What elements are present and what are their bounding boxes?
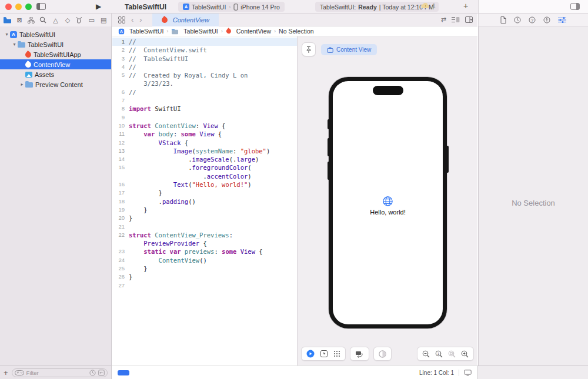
variants-button[interactable] — [333, 350, 340, 357]
line-col-text[interactable]: Line: 1 Col: 1 — [419, 370, 454, 376]
breadcrumb-group[interactable]: TableSwiftUI — [183, 28, 218, 35]
attributes-inspector-icon[interactable] — [558, 16, 566, 24]
sidebar-item-contentview[interactable]: ContentView — [0, 59, 111, 69]
code-line[interactable]: 12 VStack { — [112, 139, 297, 147]
run-destination[interactable]: iPhone 14 Pro — [240, 4, 280, 11]
zoom-out-button[interactable] — [422, 350, 430, 358]
code-line[interactable]: 15 .foregroundColor( — [112, 163, 297, 172]
zoom-in-button[interactable] — [461, 350, 469, 358]
history-inspector-icon[interactable] — [514, 16, 521, 24]
file-inspector-icon[interactable] — [500, 16, 506, 24]
warning-badge[interactable]: 1 — [421, 2, 436, 9]
pin-icon — [305, 46, 312, 53]
recents-icon[interactable] — [89, 370, 96, 376]
zoom-actual-size-button[interactable]: 1 — [435, 350, 443, 358]
accessibility-inspector-icon[interactable] — [543, 16, 550, 24]
tab-contentview[interactable]: ContentView — [152, 14, 219, 26]
back-icon[interactable]: ‹ — [128, 15, 136, 24]
breadcrumb-project[interactable]: TableSwiftUI — [129, 28, 163, 35]
device-settings-button[interactable] — [355, 350, 364, 358]
line-number: 27 — [112, 281, 129, 290]
sidebar-item-tableswiftuiapp[interactable]: TableSwiftUIApp — [0, 49, 111, 59]
activity-status: TableSwiftUI: Ready | Today at 12:10 PM — [315, 2, 439, 12]
symbol-navigator-icon[interactable] — [28, 17, 35, 24]
code-line[interactable]: 11 var body: some View { — [112, 130, 297, 138]
code-line[interactable]: 5// Created by Royal, Cindy L on — [112, 71, 297, 79]
close-window-button[interactable] — [5, 4, 12, 10]
disclosure-chevron[interactable]: ▸ — [19, 82, 25, 87]
selectable-mode-button[interactable] — [320, 350, 328, 357]
preview-screen[interactable]: Hello, world! — [333, 81, 443, 324]
breakpoint-navigator-icon[interactable]: ▭ — [88, 16, 95, 24]
report-navigator-icon[interactable]: ▤ — [100, 16, 108, 24]
disclosure-chevron[interactable]: ▾ — [4, 32, 10, 37]
code-line[interactable]: 4// — [112, 63, 297, 71]
code-line[interactable]: 19 } — [112, 206, 297, 214]
sidebar-toggle-icon[interactable] — [36, 3, 46, 10]
preview-controls: 1 — [298, 347, 477, 361]
minimize-window-button[interactable] — [15, 4, 22, 10]
project-navigator-icon[interactable] — [4, 17, 11, 24]
code-line[interactable]: 9 — [112, 113, 297, 122]
code-line[interactable]: 1// — [112, 38, 297, 46]
code-review-icon[interactable]: ⇄ — [441, 16, 446, 24]
add-file-button[interactable]: + — [4, 368, 8, 377]
code-line[interactable]: 3/23/23. — [112, 79, 297, 88]
code-line[interactable]: 3// TableSwiftUI — [112, 55, 297, 63]
sidebar-item-tableswiftui[interactable]: ▾TableSwiftUI — [0, 39, 111, 49]
quick-help-inspector-icon[interactable]: ? — [529, 16, 536, 24]
code-line[interactable]: 24 ContentView() — [112, 256, 297, 264]
disclosure-chevron[interactable]: ▾ — [11, 42, 18, 47]
zoom-window-button[interactable] — [25, 4, 32, 10]
code-line[interactable]: 26} — [112, 273, 297, 281]
editor-options-icon[interactable] — [452, 16, 460, 23]
code-line[interactable]: 6// — [112, 88, 297, 96]
source-editor[interactable]: 1//2// ContentView.swift3// TableSwiftUI… — [112, 36, 297, 365]
filter-field[interactable]: Filter — [12, 368, 108, 377]
live-preview-button[interactable] — [306, 350, 315, 358]
code-line[interactable]: 20} — [112, 214, 297, 222]
cloud-warning-icon — [421, 3, 430, 9]
code-line[interactable]: 14 .imageScale(.large) — [112, 155, 297, 163]
code-line[interactable]: PreviewProvider { — [112, 239, 297, 247]
issue-navigator-icon[interactable]: △ — [52, 16, 59, 24]
preview-content: Hello, world! — [333, 196, 443, 216]
breadcrumb-file[interactable]: ContentView — [236, 28, 271, 35]
code-line[interactable]: 21 — [112, 223, 297, 231]
code-line[interactable]: 27 — [112, 281, 297, 290]
code-line[interactable]: 22struct ContentView_Previews: — [112, 231, 297, 239]
code-line[interactable]: 10struct ContentView: View { — [112, 122, 297, 130]
breadcrumb-selection[interactable]: No Selection — [279, 28, 314, 35]
inspector-toggle-icon[interactable] — [570, 3, 580, 10]
sidebar-item-tableswiftui[interactable]: ▾ATableSwiftUI — [0, 29, 111, 39]
code-line[interactable]: 16 Text("Hello, world!") — [112, 180, 297, 189]
code-line[interactable]: 7 — [112, 96, 297, 105]
pin-preview-button[interactable] — [302, 42, 316, 56]
display-icon[interactable] — [464, 370, 472, 376]
add-button[interactable]: + — [463, 1, 468, 11]
flatten-icon[interactable] — [98, 370, 105, 376]
code-line[interactable]: 8import SwiftUI — [112, 105, 297, 113]
content-view-tag[interactable]: Content View — [321, 44, 377, 55]
code-line[interactable]: 25 } — [112, 264, 297, 273]
editor-grid-icon[interactable] — [115, 16, 128, 24]
scheme-name[interactable]: TableSwiftUI — [192, 4, 226, 11]
sidebar-item-preview-content[interactable]: ▸Preview Content — [0, 79, 111, 89]
color-scheme-button[interactable] — [379, 350, 386, 358]
scheme-selector[interactable]: A TableSwiftUI › iPhone 14 Pro — [178, 2, 285, 12]
zoom-fit-button[interactable] — [448, 350, 456, 358]
forward-icon[interactable]: › — [136, 15, 145, 24]
code-line[interactable]: 18 .padding() — [112, 197, 297, 206]
source-control-navigator-icon[interactable]: ⊠ — [15, 16, 23, 24]
code-line[interactable]: 23 static var previews: some View { — [112, 247, 297, 256]
debug-navigator-icon[interactable] — [76, 16, 83, 24]
add-editor-icon[interactable] — [465, 16, 473, 23]
code-line[interactable]: 2// ContentView.swift — [112, 46, 297, 54]
code-line[interactable]: 13 Image(systemName: "globe") — [112, 147, 297, 155]
code-line[interactable]: .accentColor) — [112, 172, 297, 180]
code-line[interactable]: 17 } — [112, 189, 297, 197]
find-navigator-icon[interactable] — [39, 16, 47, 24]
sidebar-item-assets[interactable]: Assets — [0, 69, 111, 79]
test-navigator-icon[interactable]: ◇ — [64, 16, 71, 24]
run-button[interactable]: ▶ — [96, 2, 101, 11]
